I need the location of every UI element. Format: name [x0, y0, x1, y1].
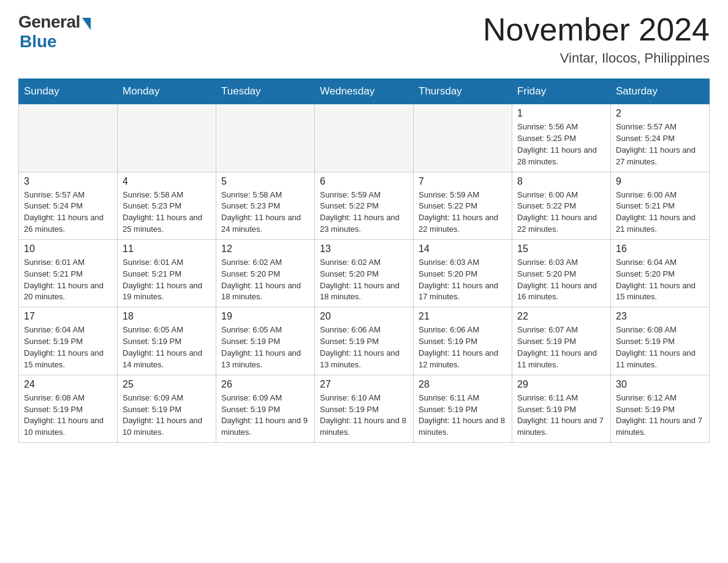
logo-general-text: General [18, 12, 80, 32]
column-header-friday: Friday [512, 79, 611, 104]
calendar-cell [315, 104, 414, 172]
day-number: 11 [123, 243, 211, 255]
calendar-cell: 5Sunrise: 5:58 AM Sunset: 5:23 PM Daylig… [216, 172, 315, 239]
calendar-cell: 24Sunrise: 6:08 AM Sunset: 5:19 PM Dayli… [19, 375, 118, 442]
location-subtitle: Vintar, Ilocos, Philippines [483, 50, 710, 66]
day-number: 26 [221, 379, 309, 390]
day-info: Sunrise: 5:57 AM Sunset: 5:24 PM Dayligh… [24, 190, 112, 236]
day-info: Sunrise: 6:02 AM Sunset: 5:20 PM Dayligh… [320, 257, 408, 303]
calendar-cell: 10Sunrise: 6:01 AM Sunset: 5:21 PM Dayli… [19, 239, 118, 307]
calendar-cell: 28Sunrise: 6:11 AM Sunset: 5:19 PM Dayli… [414, 375, 512, 442]
day-number: 22 [517, 311, 605, 322]
day-number: 30 [616, 379, 704, 390]
calendar-cell: 16Sunrise: 6:04 AM Sunset: 5:20 PM Dayli… [611, 239, 710, 307]
day-number: 13 [320, 243, 408, 255]
day-number: 25 [123, 379, 211, 390]
day-info: Sunrise: 6:11 AM Sunset: 5:19 PM Dayligh… [517, 393, 605, 439]
day-info: Sunrise: 6:09 AM Sunset: 5:19 PM Dayligh… [221, 393, 309, 439]
day-info: Sunrise: 6:05 AM Sunset: 5:19 PM Dayligh… [221, 324, 309, 370]
calendar-cell: 3Sunrise: 5:57 AM Sunset: 5:24 PM Daylig… [19, 172, 118, 239]
calendar-cell: 18Sunrise: 6:05 AM Sunset: 5:19 PM Dayli… [118, 307, 216, 375]
day-info: Sunrise: 6:00 AM Sunset: 5:22 PM Dayligh… [517, 190, 605, 236]
day-number: 8 [517, 176, 605, 187]
calendar-cell: 15Sunrise: 6:03 AM Sunset: 5:20 PM Dayli… [512, 239, 611, 307]
calendar-cell: 30Sunrise: 6:12 AM Sunset: 5:19 PM Dayli… [611, 375, 710, 442]
calendar-week-row: 1Sunrise: 5:56 AM Sunset: 5:25 PM Daylig… [19, 104, 710, 172]
day-number: 12 [221, 243, 309, 255]
calendar-cell: 12Sunrise: 6:02 AM Sunset: 5:20 PM Dayli… [216, 239, 315, 307]
calendar-cell: 7Sunrise: 5:59 AM Sunset: 5:22 PM Daylig… [414, 172, 512, 239]
day-number: 7 [419, 176, 507, 187]
column-header-tuesday: Tuesday [216, 79, 315, 104]
day-info: Sunrise: 6:02 AM Sunset: 5:20 PM Dayligh… [221, 257, 309, 303]
day-info: Sunrise: 6:11 AM Sunset: 5:19 PM Dayligh… [419, 393, 507, 439]
day-number: 4 [123, 176, 211, 187]
day-info: Sunrise: 6:03 AM Sunset: 5:20 PM Dayligh… [419, 257, 507, 303]
logo-blue-text: Blue [20, 32, 57, 52]
day-info: Sunrise: 6:12 AM Sunset: 5:19 PM Dayligh… [616, 393, 704, 439]
day-number: 28 [419, 379, 507, 390]
day-info: Sunrise: 5:57 AM Sunset: 5:24 PM Dayligh… [616, 121, 704, 167]
calendar-cell: 11Sunrise: 6:01 AM Sunset: 5:21 PM Dayli… [118, 239, 216, 307]
calendar-cell: 25Sunrise: 6:09 AM Sunset: 5:19 PM Dayli… [118, 375, 216, 442]
title-section: November 2024 Vintar, Ilocos, Philippine… [483, 12, 710, 66]
day-number: 1 [517, 108, 605, 119]
day-info: Sunrise: 5:59 AM Sunset: 5:22 PM Dayligh… [419, 190, 507, 236]
day-number: 27 [320, 379, 408, 390]
calendar-cell: 6Sunrise: 5:59 AM Sunset: 5:22 PM Daylig… [315, 172, 414, 239]
calendar-cell [118, 104, 216, 172]
calendar-table: SundayMondayTuesdayWednesdayThursdayFrid… [18, 79, 710, 443]
column-header-thursday: Thursday [414, 79, 512, 104]
calendar-cell: 8Sunrise: 6:00 AM Sunset: 5:22 PM Daylig… [512, 172, 611, 239]
calendar-cell: 23Sunrise: 6:08 AM Sunset: 5:19 PM Dayli… [611, 307, 710, 375]
calendar-cell: 14Sunrise: 6:03 AM Sunset: 5:20 PM Dayli… [414, 239, 512, 307]
day-number: 21 [419, 311, 507, 322]
day-number: 24 [24, 379, 112, 390]
day-number: 23 [616, 311, 704, 322]
day-info: Sunrise: 6:06 AM Sunset: 5:19 PM Dayligh… [419, 324, 507, 370]
day-number: 18 [123, 311, 211, 322]
day-number: 29 [517, 379, 605, 390]
calendar-cell: 2Sunrise: 5:57 AM Sunset: 5:24 PM Daylig… [611, 104, 710, 172]
day-number: 15 [517, 243, 605, 255]
day-info: Sunrise: 6:04 AM Sunset: 5:20 PM Dayligh… [616, 257, 704, 303]
day-info: Sunrise: 6:05 AM Sunset: 5:19 PM Dayligh… [123, 324, 211, 370]
calendar-cell: 17Sunrise: 6:04 AM Sunset: 5:19 PM Dayli… [19, 307, 118, 375]
calendar-cell: 4Sunrise: 5:58 AM Sunset: 5:23 PM Daylig… [118, 172, 216, 239]
calendar-cell: 20Sunrise: 6:06 AM Sunset: 5:19 PM Dayli… [315, 307, 414, 375]
day-info: Sunrise: 6:08 AM Sunset: 5:19 PM Dayligh… [24, 393, 112, 439]
day-number: 16 [616, 243, 704, 255]
day-info: Sunrise: 6:07 AM Sunset: 5:19 PM Dayligh… [517, 324, 605, 370]
day-info: Sunrise: 6:03 AM Sunset: 5:20 PM Dayligh… [517, 257, 605, 303]
day-number: 3 [24, 176, 112, 187]
calendar-cell: 13Sunrise: 6:02 AM Sunset: 5:20 PM Dayli… [315, 239, 414, 307]
calendar-week-row: 3Sunrise: 5:57 AM Sunset: 5:24 PM Daylig… [19, 172, 710, 239]
day-info: Sunrise: 5:58 AM Sunset: 5:23 PM Dayligh… [221, 190, 309, 236]
day-number: 2 [616, 108, 704, 119]
day-number: 10 [24, 243, 112, 255]
day-info: Sunrise: 6:01 AM Sunset: 5:21 PM Dayligh… [24, 257, 112, 303]
column-header-monday: Monday [118, 79, 216, 104]
day-info: Sunrise: 6:08 AM Sunset: 5:19 PM Dayligh… [616, 324, 704, 370]
day-number: 5 [221, 176, 309, 187]
calendar-cell: 21Sunrise: 6:06 AM Sunset: 5:19 PM Dayli… [414, 307, 512, 375]
calendar-cell: 9Sunrise: 6:00 AM Sunset: 5:21 PM Daylig… [611, 172, 710, 239]
column-header-sunday: Sunday [19, 79, 118, 104]
day-info: Sunrise: 6:01 AM Sunset: 5:21 PM Dayligh… [123, 257, 211, 303]
day-info: Sunrise: 6:09 AM Sunset: 5:19 PM Dayligh… [123, 393, 211, 439]
day-info: Sunrise: 6:00 AM Sunset: 5:21 PM Dayligh… [616, 190, 704, 236]
calendar-cell: 27Sunrise: 6:10 AM Sunset: 5:19 PM Dayli… [315, 375, 414, 442]
calendar-week-row: 24Sunrise: 6:08 AM Sunset: 5:19 PM Dayli… [19, 375, 710, 442]
day-info: Sunrise: 5:58 AM Sunset: 5:23 PM Dayligh… [123, 190, 211, 236]
calendar-cell [216, 104, 315, 172]
logo-arrow-icon [82, 18, 91, 30]
day-number: 19 [221, 311, 309, 322]
calendar-cell: 19Sunrise: 6:05 AM Sunset: 5:19 PM Dayli… [216, 307, 315, 375]
month-year-title: November 2024 [483, 12, 710, 47]
day-info: Sunrise: 5:59 AM Sunset: 5:22 PM Dayligh… [320, 190, 408, 236]
day-number: 9 [616, 176, 704, 187]
day-info: Sunrise: 6:10 AM Sunset: 5:19 PM Dayligh… [320, 393, 408, 439]
column-header-saturday: Saturday [611, 79, 710, 104]
page-header: General Blue November 2024 Vintar, Iloco… [18, 12, 710, 66]
calendar-week-row: 10Sunrise: 6:01 AM Sunset: 5:21 PM Dayli… [19, 239, 710, 307]
